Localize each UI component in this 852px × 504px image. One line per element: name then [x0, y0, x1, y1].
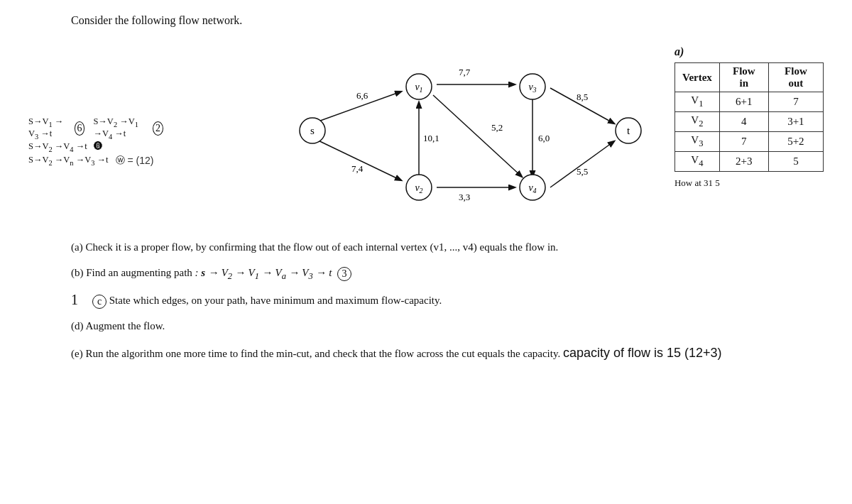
questions-section: (a) Check it is a proper flow, by confir…	[71, 239, 824, 363]
graph-area: s v1 v2 v3 v4 t 6,6 7,4 7,7 10,1	[170, 38, 653, 226]
edge-label-v3-v4: 6,0	[538, 133, 550, 143]
cell-vertex: V4	[674, 152, 719, 172]
table-part-label: a)	[674, 45, 684, 58]
question-c-content: c State which edges, on your path, have …	[92, 292, 824, 317]
edge-label-s-v2: 7,4	[351, 163, 364, 174]
edge-label-v4-t: 5,5	[577, 166, 588, 177]
flow-graph-svg: s v1 v2 v3 v4 t 6,6 7,4 7,7 10,1	[170, 38, 653, 223]
edge-label-v2-v1: 10,1	[423, 133, 439, 143]
question-a: (a) Check it is a proper flow, by confir…	[71, 239, 824, 256]
cell-flow-out: 7	[768, 92, 823, 112]
question-d-text: Augment the flow.	[85, 320, 165, 332]
table-row: V1 6+1 7	[674, 92, 823, 112]
question-number: 1	[71, 292, 92, 308]
edge-label-v1-v4: 5,2	[491, 122, 503, 133]
circled-3: 3	[337, 267, 351, 281]
cell-flow-out: 3+1	[768, 112, 823, 132]
cell-flow-in: 6+1	[719, 92, 768, 112]
circled-c: c	[92, 295, 106, 309]
question-e: (e) Run the algorithm one more time to f…	[71, 343, 824, 363]
cell-flow-in: 4	[719, 112, 768, 132]
cell-flow-out: 5+2	[768, 132, 823, 152]
flow-table: Vertex Flow in Flow out V1 6+1 7 V2 4 3+…	[674, 62, 824, 172]
question-e-label: (e)	[71, 348, 83, 359]
side-note-2: S→V2 →V1 →V4 →t	[93, 116, 150, 140]
cell-vertex: V1	[674, 92, 719, 112]
handwritten-capacity: capacity of flow is 15 (12+3)	[563, 346, 722, 360]
side-note-3: S→V2 →V4 →t	[28, 141, 87, 151]
page-title: Consider the following flow network.	[71, 14, 824, 27]
node-s-label: s	[310, 125, 315, 136]
edge-s-v2	[312, 138, 401, 180]
equals-12: = (12)	[128, 155, 154, 166]
question-a-label: (a)	[71, 241, 83, 253]
question-e-text: Run the algorithm one more time to find …	[85, 348, 560, 359]
col-vertex: Vertex	[674, 63, 719, 92]
cell-flow-in: 7	[719, 132, 768, 152]
circled-6: 6	[75, 121, 85, 136]
question-b-label: (b)	[71, 267, 84, 278]
edge-v4-t	[550, 141, 614, 187]
flow-out-note: How at 31 5	[674, 177, 824, 189]
question-d: (d) Augment the flow.	[71, 317, 824, 334]
side-note-4: S→V2 →Vn →V3 →t	[28, 155, 109, 167]
col-flow-in: Flow in	[719, 63, 768, 92]
cell-vertex: V3	[674, 132, 719, 152]
circled-7: 2	[153, 121, 163, 136]
question-c-text: State which edges, on your path, have mi…	[109, 295, 442, 306]
question-b-text: Find an augmenting path	[86, 267, 192, 278]
flow-table-area: a) Vertex Flow in Flow out V1 6+1 7 V2 4	[674, 45, 824, 189]
cell-flow-out: 5	[768, 152, 823, 172]
cell-vertex: V2	[674, 112, 719, 132]
question-c: c State which edges, on your path, have …	[92, 292, 824, 309]
side-note-1: S→V1 → V3 →t	[28, 116, 72, 140]
edge-label-v2-v4: 3,3	[459, 192, 470, 202]
edge-v1-v4	[433, 95, 522, 177]
cell-flow-in: 2+3	[719, 152, 768, 172]
table-row: V2 4 3+1	[674, 112, 823, 132]
table-row: V4 2+3 5	[674, 152, 823, 172]
table-row: V3 7 5+2	[674, 132, 823, 152]
edge-label-v3-t: 8,5	[577, 92, 588, 102]
question-1-row: 1 c State which edges, on your path, hav…	[71, 292, 824, 317]
augmenting-path: : s → V2 → V1 → Va → V3 → t	[195, 267, 332, 278]
side-notes: S→V1 → V3 →t 6 S→V2 →V1 →V4 →t 2 S→V2 →V…	[28, 116, 163, 167]
edge-label-v1-v3: 7,7	[459, 67, 471, 77]
question-a-text: Check it is a proper flow, by confirming…	[85, 241, 558, 253]
question-b: (b) Find an augmenting path : s → V2 → V…	[71, 264, 824, 283]
edge-label-s-v1: 6,6	[356, 90, 368, 101]
col-flow-out: Flow out	[768, 63, 823, 92]
question-d-label: (d)	[71, 320, 84, 332]
